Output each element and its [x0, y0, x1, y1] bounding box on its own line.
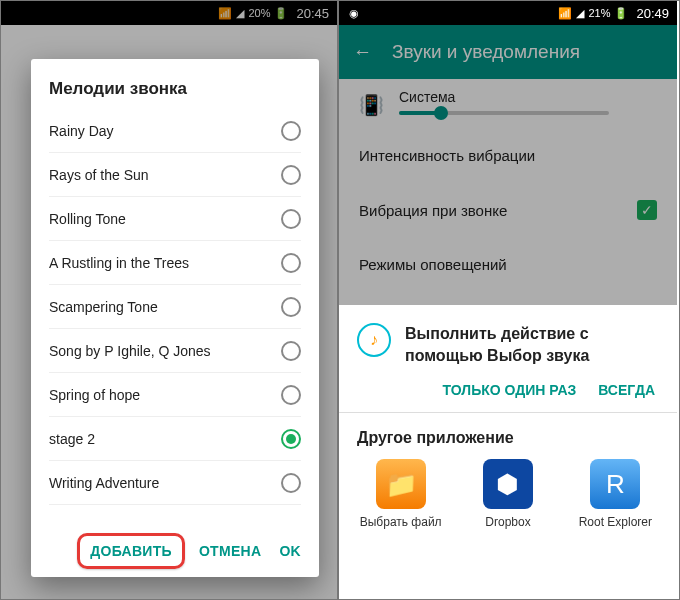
ringtone-item[interactable]: Rainy Day: [49, 109, 301, 153]
radio-icon[interactable]: [281, 209, 301, 229]
ringtone-dialog: Мелодии звонка Rainy Day Rays of the Sun…: [31, 59, 319, 577]
dim-overlay: [339, 25, 677, 305]
ringtone-item[interactable]: Rolling Tone: [49, 197, 301, 241]
ringtone-list: Rainy Day Rays of the Sun Rolling Tone A…: [49, 109, 301, 525]
wifi-icon: 📶: [558, 7, 572, 20]
ringtone-item[interactable]: Rays of the Sun: [49, 153, 301, 197]
always-button[interactable]: ВСЕГДА: [598, 382, 655, 398]
clock: 20:49: [636, 6, 669, 21]
ringtone-item[interactable]: Spring of hope: [49, 373, 301, 417]
sheet-title: Выполнить действие с помощью Выбор звука: [405, 323, 659, 366]
radio-icon[interactable]: [281, 429, 301, 449]
sound-picker-icon: ♪: [357, 323, 391, 357]
cancel-button[interactable]: ОТМЕНА: [199, 543, 261, 559]
dialog-title: Мелодии звонка: [49, 79, 301, 99]
highlight-add: ДОБАВИТЬ: [77, 533, 185, 569]
app-grid: 📁 Выбрать файл ⬢ Dropbox R Root Explorer: [339, 453, 677, 545]
ringtone-label: Rays of the Sun: [49, 167, 149, 183]
ringtone-item[interactable]: Song by P Ighile, Q Jones: [49, 329, 301, 373]
root-explorer-icon: R: [590, 459, 640, 509]
ringtone-item[interactable]: Scampering Tone: [49, 285, 301, 329]
other-apps-title: Другое приложение: [339, 413, 677, 453]
ringtone-label: Song by P Ighile, Q Jones: [49, 343, 211, 359]
dropbox-icon: ⬢: [483, 459, 533, 509]
radio-icon[interactable]: [281, 165, 301, 185]
ringtone-label: Rolling Tone: [49, 211, 126, 227]
ringtone-label: Writing Adventure: [49, 475, 159, 491]
phone-left: 📶 ◢ 20% 🔋 20:45 Мелодии звонка Rainy Day…: [1, 1, 339, 599]
ringtone-label: Scampering Tone: [49, 299, 158, 315]
sheet-actions: ТОЛЬКО ОДИН РАЗ ВСЕГДА: [339, 370, 677, 412]
battery-icon: 🔋: [614, 7, 628, 20]
ok-button[interactable]: OK: [279, 543, 301, 559]
radio-icon[interactable]: [281, 121, 301, 141]
add-button[interactable]: ДОБАВИТЬ: [90, 543, 172, 559]
ringtone-label: Spring of hope: [49, 387, 140, 403]
radio-icon[interactable]: [281, 385, 301, 405]
battery-pct: 21%: [588, 7, 610, 19]
app-dropbox[interactable]: ⬢ Dropbox: [460, 459, 555, 529]
phone-right: ◉ 📶 ◢ 21% 🔋 20:49 ← Звуки и уведомления …: [339, 1, 677, 599]
ringtone-label: stage 2: [49, 431, 95, 447]
spotify-icon: ◉: [349, 7, 359, 20]
app-label: Выбрать файл: [360, 515, 442, 529]
radio-icon[interactable]: [281, 341, 301, 361]
sheet-header: ♪ Выполнить действие с помощью Выбор зву…: [339, 305, 677, 370]
status-bar: ◉ 📶 ◢ 21% 🔋 20:49: [339, 1, 677, 25]
ringtone-label: A Rustling in the Trees: [49, 255, 189, 271]
dialog-buttons: ДОБАВИТЬ ОТМЕНА OK: [49, 525, 301, 569]
just-once-button[interactable]: ТОЛЬКО ОДИН РАЗ: [443, 382, 577, 398]
app-label: Root Explorer: [579, 515, 652, 529]
action-sheet: ♪ Выполнить действие с помощью Выбор зву…: [339, 305, 677, 599]
ringtone-label: Rainy Day: [49, 123, 114, 139]
ringtone-item[interactable]: A Rustling in the Trees: [49, 241, 301, 285]
app-file-picker[interactable]: 📁 Выбрать файл: [353, 459, 448, 529]
signal-icon: ◢: [576, 7, 584, 20]
folder-icon: 📁: [376, 459, 426, 509]
app-root-explorer[interactable]: R Root Explorer: [568, 459, 663, 529]
ringtone-item[interactable]: stage 2: [49, 417, 301, 461]
ringtone-item[interactable]: Writing Adventure: [49, 461, 301, 505]
radio-icon[interactable]: [281, 253, 301, 273]
app-label: Dropbox: [485, 515, 530, 529]
radio-icon[interactable]: [281, 297, 301, 317]
radio-icon[interactable]: [281, 473, 301, 493]
